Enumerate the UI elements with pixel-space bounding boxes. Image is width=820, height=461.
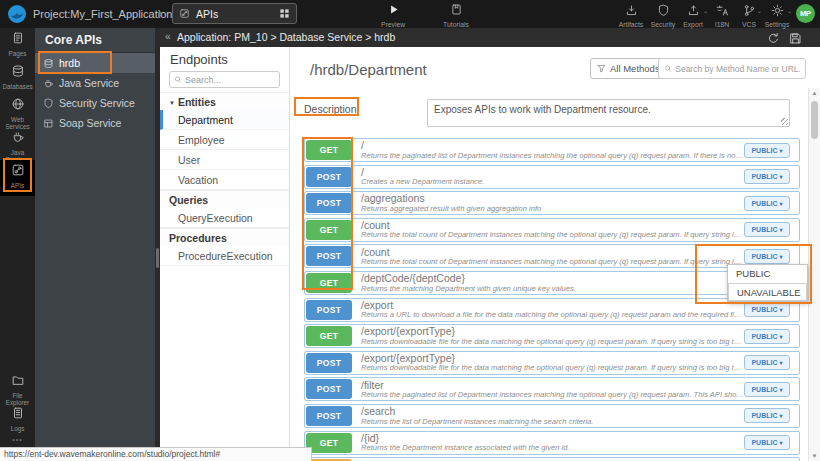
security-button[interactable]: Security: [648, 2, 678, 26]
api-endpoint-row[interactable]: POST /export Returns a URL to download a…: [304, 298, 800, 322]
api-endpoint-row[interactable]: GET /count Returns the total count of De…: [304, 218, 800, 242]
rail-item-logs[interactable]: Logs: [0, 403, 35, 436]
rail-item-apis[interactable]: APIs: [0, 160, 35, 196]
core-api-security-service[interactable]: Security Service: [35, 93, 155, 113]
tutorials-button[interactable]: Tutorials: [433, 2, 479, 26]
api-endpoint-row[interactable]: GET / Returns the paginated list of Depa…: [304, 138, 800, 162]
collapse-panel-icon[interactable]: «: [165, 28, 171, 46]
core-api-hrdb[interactable]: hrdb: [35, 53, 155, 73]
endpoint-list-entry[interactable]: User: [160, 150, 289, 170]
settings-button[interactable]: ⌄ Settings: [762, 2, 792, 26]
funnel-filter-icon: [597, 64, 606, 73]
endpoint-path: /: [361, 140, 744, 151]
caret-down-icon: ▾: [780, 253, 783, 260]
endpoints-search[interactable]: [169, 71, 280, 88]
tab-apis[interactable]: APIs: [172, 3, 297, 24]
menu-option-public[interactable]: PUBLIC: [728, 265, 807, 283]
grid-icon[interactable]: [279, 5, 290, 23]
scroll-up-arrow[interactable]: ▲: [809, 90, 820, 96]
core-api-soap-service[interactable]: Soap Service: [35, 113, 155, 133]
caret-down-icon: ▾: [780, 412, 783, 419]
access-dropdown-menu: PUBLIC UNAVAILABLE: [727, 264, 808, 302]
endpoint-list-entry[interactable]: Employee: [160, 130, 289, 150]
soap-icon: [43, 118, 54, 129]
access-dropdown-button[interactable]: PUBLIC▾: [744, 249, 790, 264]
endpoints-search-input[interactable]: [185, 75, 275, 85]
endpoint-description: Returns the total count of Department in…: [361, 258, 744, 266]
api-endpoint-row[interactable]: POST /count Returns the total count of D…: [304, 244, 800, 268]
endpoint-list-entry[interactable]: Department: [160, 110, 289, 130]
export-button[interactable]: ⌄ Export: [678, 2, 708, 26]
api-endpoint-row[interactable]: GET /deptCode/{deptCode} Returns the mat…: [304, 271, 800, 295]
endpoint-path: /export: [361, 300, 744, 311]
rail-item-databases[interactable]: Databases: [0, 61, 35, 94]
save-button[interactable]: [789, 31, 802, 49]
endpoint-path: /filter: [361, 380, 744, 391]
scrollbar-thumb[interactable]: [811, 101, 818, 139]
endpoint-list-entry[interactable]: QueryExecution: [160, 208, 289, 228]
vcs-button[interactable]: ⌄ VCS: [736, 2, 762, 26]
artifacts-button[interactable]: Artifacts: [614, 2, 648, 26]
api-endpoint-row[interactable]: GET /export/{exportType} Returns downloa…: [304, 324, 800, 348]
play-icon: [387, 3, 400, 16]
method-search-input[interactable]: [675, 64, 800, 74]
core-apis-panel: Core APIs hrdb Java Service Security Ser…: [35, 28, 155, 461]
panel-scrollbar-thumb[interactable]: [156, 248, 159, 268]
access-dropdown-button[interactable]: PUBLIC▾: [744, 355, 790, 370]
application-header: « Application: PM_10 > Database Service …: [160, 28, 820, 47]
core-apis-title: Core APIs: [35, 28, 155, 53]
api-endpoint-row[interactable]: POST /search Returns the list of Departm…: [304, 404, 800, 428]
resize-handle[interactable]: [781, 118, 788, 125]
scroll-down-arrow[interactable]: ▼: [809, 453, 820, 459]
i18n-translate-icon: [716, 4, 729, 17]
main-scrollbar[interactable]: ▲ ▼: [808, 88, 820, 461]
access-dropdown-button[interactable]: PUBLIC▾: [744, 382, 790, 397]
endpoint-list-entry[interactable]: Queries: [160, 190, 289, 208]
api-endpoint-row[interactable]: POST / Creates a new Department instance…: [304, 165, 800, 189]
endpoint-list-entry[interactable]: ▼Entities: [160, 92, 289, 110]
core-api-java-service[interactable]: Java Service: [35, 73, 155, 93]
rail-item-java-services[interactable]: Java Services: [0, 127, 35, 160]
api-endpoint-row[interactable]: POST /filter Returns the paginated list …: [304, 377, 800, 401]
top-navbar: Project:My_First_Application › APIs Prev…: [0, 0, 820, 28]
endpoint-description: Returns aggregated result with given agg…: [361, 205, 744, 213]
access-dropdown-button[interactable]: PUBLIC▾: [744, 169, 790, 184]
api-endpoint-row[interactable]: POST /export/{exportType} Returns downlo…: [304, 351, 800, 375]
endpoint-description: Returns downloadable file for the data m…: [361, 338, 744, 346]
preview-button[interactable]: Preview: [370, 2, 416, 26]
api-endpoint-row[interactable]: POST /aggregations Returns aggregated re…: [304, 191, 800, 215]
access-dropdown-button[interactable]: PUBLIC▾: [744, 435, 790, 450]
rail-item-pages[interactable]: Pages: [0, 28, 35, 61]
api-endpoint-row[interactable]: GET /{id} Returns the Department instanc…: [304, 431, 800, 455]
description-textarea[interactable]: Exposes APIs to work with Department res…: [427, 99, 790, 127]
vcs-branch-icon: [743, 4, 756, 17]
api-endpoint-row[interactable]: PUT PUBLIC▾: [304, 457, 800, 461]
menu-option-unavailable[interactable]: UNAVAILABLE: [728, 283, 807, 301]
rail-item-file-explorer[interactable]: File Explorer: [0, 370, 35, 403]
i18n-button[interactable]: I18N: [708, 2, 736, 26]
access-dropdown-button[interactable]: PUBLIC▾: [744, 408, 790, 423]
endpoint-text: /count Returns the total count of Depart…: [353, 247, 744, 267]
access-dropdown-button[interactable]: PUBLIC▾: [744, 143, 790, 158]
endpoint-path: /deptCode/{deptCode}: [361, 273, 744, 284]
method-badge: POST: [306, 353, 352, 373]
reload-icon: [767, 32, 780, 45]
wavemaker-logo-icon[interactable]: [7, 4, 27, 24]
endpoint-list-entry[interactable]: Procedures: [160, 228, 289, 246]
user-avatar[interactable]: MP: [796, 4, 815, 23]
rail-item-web-services[interactable]: Web Services: [0, 94, 35, 127]
description-field-wrap: Exposes APIs to work with Department res…: [427, 99, 790, 127]
endpoint-list-entry[interactable]: ProcedureExecution: [160, 246, 289, 266]
access-dropdown-button[interactable]: PUBLIC▾: [744, 196, 790, 211]
reload-button[interactable]: [767, 31, 780, 49]
access-dropdown-button[interactable]: PUBLIC▾: [744, 329, 790, 344]
endpoint-list-entry[interactable]: Vacation: [160, 170, 289, 190]
method-search[interactable]: [658, 58, 806, 79]
access-dropdown-button[interactable]: PUBLIC▾: [744, 302, 790, 317]
panel-divider[interactable]: [155, 28, 160, 461]
endpoint-description: Creates a new Department instance.: [361, 178, 744, 186]
settings-gear-icon: [771, 4, 784, 17]
rail-overflow-dots[interactable]: •••: [0, 436, 35, 443]
access-dropdown-button[interactable]: PUBLIC▾: [744, 222, 790, 237]
caret-down-icon: ▾: [780, 147, 783, 154]
